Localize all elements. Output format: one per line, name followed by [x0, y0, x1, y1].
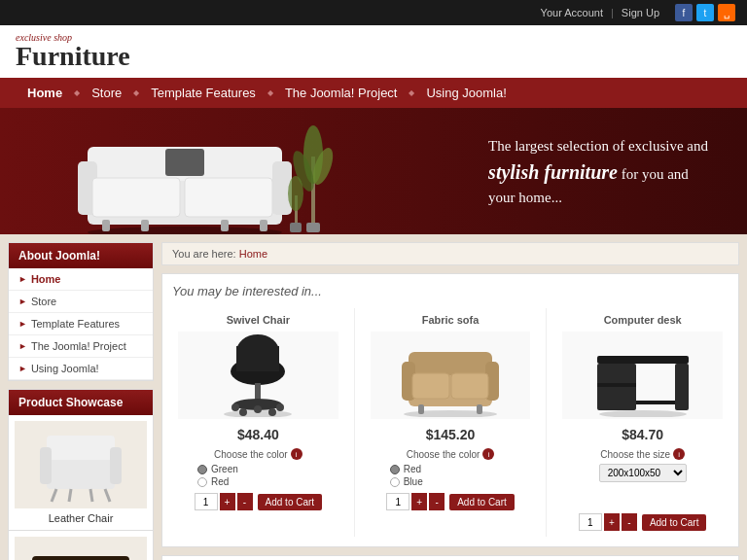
svg-point-43 — [231, 403, 239, 411]
computer-desk-cart-row: + - Add to Cart — [562, 513, 723, 531]
fabric-sofa-price: $145.20 — [371, 427, 531, 442]
svg-rect-19 — [290, 223, 302, 232]
swivel-chair-color-options: Green Red — [178, 464, 338, 487]
fabric-sofa-color-label: Choose the color i — [371, 448, 531, 460]
computer-desk-qty-plus[interactable]: + — [604, 513, 620, 531]
rss-icon[interactable]: ␣ — [718, 4, 735, 21]
hero-sofa-image — [58, 118, 311, 234]
swivel-chair-option-red[interactable]: Red — [197, 476, 229, 487]
swivel-chair-cart-row: + - Add to Cart — [178, 493, 338, 510]
fabric-sofa-qty-input[interactable] — [386, 493, 409, 510]
sidebar: About Joomla! ► Home ► Store ► Template … — [8, 242, 154, 560]
showcase-dark-sofa[interactable] — [9, 531, 153, 560]
breadcrumb-home-link[interactable]: Home — [239, 248, 267, 260]
fabric-sofa-qty-minus[interactable]: - — [429, 493, 445, 510]
computer-desk-size-select[interactable]: 200x100x50 — [599, 464, 687, 482]
product-swivel-chair: Swivel Chair — [172, 308, 344, 537]
sidebar-item-using-joomla[interactable]: ► Using Joomla! — [9, 358, 153, 380]
swivel-chair-qty-input[interactable] — [195, 493, 218, 510]
breadcrumb: You are here: Home — [161, 242, 739, 265]
nav-store[interactable]: Store — [80, 78, 133, 108]
svg-rect-10 — [221, 220, 229, 231]
radio-red-sofa — [390, 465, 400, 474]
swivel-chair-qty-minus[interactable]: - — [237, 493, 253, 510]
content-area: You are here: Home You may be interested… — [161, 242, 739, 560]
hero-line4: your home... — [488, 189, 562, 204]
hero-line1: The largest selection of exclusive and — [488, 138, 708, 154]
svg-line-24 — [52, 489, 56, 502]
svg-rect-6 — [185, 178, 272, 217]
hero-line2: stylish furniture — [488, 160, 618, 182]
hero-plants — [280, 118, 348, 234]
swivel-chair-info-icon[interactable]: i — [291, 448, 302, 460]
fabric-sofa-info-icon[interactable]: i — [482, 448, 494, 460]
computer-desk-name: Computer desk — [562, 314, 723, 326]
radio-red — [197, 477, 207, 487]
top-bar: Your Account | Sign Up f t ␣ — [0, 0, 747, 25]
twitter-icon[interactable]: t — [696, 4, 714, 21]
main-nav: Home ◆ Store ◆ Template Features ◆ The J… — [0, 78, 747, 108]
svg-rect-21 — [47, 436, 115, 460]
your-account-link[interactable]: Your Account — [541, 7, 603, 18]
swivel-chair-price: $48.40 — [178, 427, 338, 442]
product-fabric-sofa: Fabric sofa — [365, 308, 537, 537]
svg-rect-5 — [92, 178, 180, 217]
svg-rect-20 — [47, 455, 115, 489]
separator: | — [611, 7, 614, 18]
fabric-sofa-option-blue[interactable]: Blue — [390, 476, 423, 487]
nav-template-features[interactable]: Template Features — [139, 78, 267, 108]
computer-desk-qty-minus[interactable]: - — [622, 513, 637, 531]
nav-home[interactable]: Home — [16, 78, 74, 108]
swivel-chair-qty-plus[interactable]: + — [220, 493, 235, 510]
svg-rect-53 — [412, 373, 449, 399]
sidebar-item-joomla-project[interactable]: ► The Joomla! Project — [9, 335, 153, 358]
hero-line3: for you and — [622, 165, 689, 181]
sidebar-item-home[interactable]: ► Home — [9, 268, 153, 291]
svg-point-48 — [404, 410, 497, 417]
about-joomla-header: About Joomla! — [9, 243, 153, 268]
swivel-chair-color-label: Choose the color i — [178, 448, 338, 460]
product-showcase-section: Product Showcase — [8, 389, 154, 560]
interested-section: You may be interested in... Swivel Chair — [161, 273, 739, 547]
header: exclusive shop Furniture — [0, 25, 747, 78]
sign-up-link[interactable]: Sign Up — [622, 7, 659, 18]
fabric-sofa-add-to-cart[interactable]: Add to Cart — [449, 494, 515, 510]
svg-rect-16 — [306, 223, 320, 232]
swivel-chair-option-green[interactable]: Green — [197, 464, 238, 474]
divider-2 — [546, 308, 547, 537]
computer-desk-price: $84.70 — [562, 427, 723, 442]
svg-line-26 — [69, 489, 71, 502]
fabric-sofa-name: Fabric sofa — [371, 314, 531, 326]
computer-desk-qty-input[interactable] — [579, 513, 602, 531]
divider-1 — [354, 308, 355, 537]
sidebar-item-store[interactable]: ► Store — [9, 291, 153, 313]
nav-using-joomla[interactable]: Using Joomla! — [414, 78, 517, 108]
svg-point-18 — [288, 176, 303, 211]
nav-joomla-project[interactable]: The Joomla! Project — [273, 78, 409, 108]
welcome-section: Welcome to the Furniture Shop — [161, 555, 739, 560]
svg-point-0 — [88, 227, 282, 234]
fabric-sofa-option-red[interactable]: Red — [390, 464, 421, 474]
facebook-icon[interactable]: f — [675, 4, 693, 21]
swivel-chair-add-to-cart[interactable]: Add to Cart — [258, 494, 323, 510]
radio-blue-sofa — [390, 477, 400, 487]
swivel-chair-image — [178, 332, 338, 419]
svg-rect-7 — [165, 149, 204, 176]
svg-rect-22 — [40, 447, 52, 484]
svg-rect-8 — [102, 220, 110, 231]
computer-desk-add-to-cart[interactable]: Add to Cart — [642, 514, 707, 531]
hero-banner: The largest selection of exclusive and s… — [0, 108, 747, 234]
svg-point-47 — [254, 405, 262, 413]
fabric-sofa-color-options: Red Blue — [371, 464, 531, 487]
about-joomla-section: About Joomla! ► Home ► Store ► Template … — [8, 242, 154, 381]
showcase-leather-chair[interactable]: Leather Chair — [9, 415, 153, 531]
svg-rect-60 — [597, 383, 636, 387]
breadcrumb-label: You are here: — [172, 248, 236, 260]
fabric-sofa-qty-plus[interactable]: + — [411, 493, 427, 510]
sidebar-item-template[interactable]: ► Template Features — [9, 313, 153, 335]
svg-rect-23 — [110, 447, 122, 484]
dark-sofa-image — [15, 537, 147, 560]
svg-point-45 — [239, 408, 247, 416]
computer-desk-info-icon[interactable]: i — [673, 448, 685, 460]
svg-rect-11 — [260, 220, 267, 231]
